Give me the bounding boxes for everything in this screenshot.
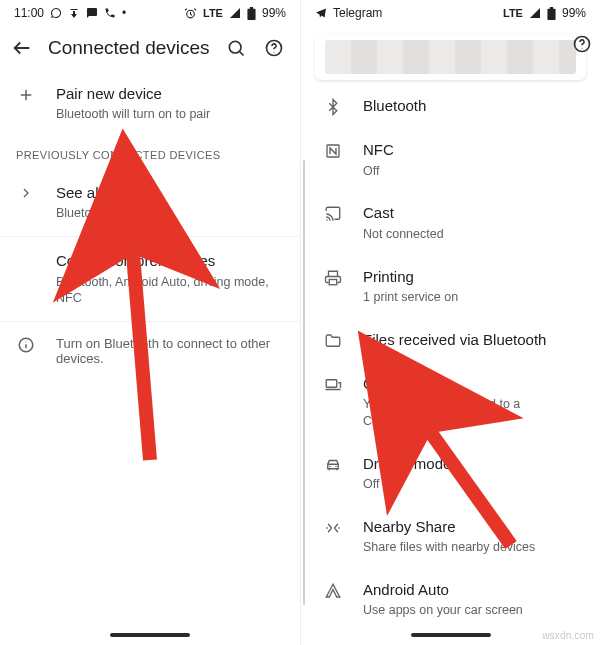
- status-battery: 99%: [262, 6, 286, 20]
- pref-chromebook[interactable]: Chromebook Your phone is not linked to a…: [301, 362, 600, 442]
- help-icon[interactable]: [570, 32, 594, 56]
- alarm-icon: [184, 7, 197, 20]
- svg-rect-12: [326, 380, 337, 388]
- status-more-icon: •: [122, 6, 126, 20]
- pref-folder[interactable]: Files received via Bluetooth: [301, 318, 600, 362]
- message-icon: [86, 7, 98, 19]
- phone-icon: [104, 7, 116, 19]
- pref-title: Chromebook: [363, 374, 584, 394]
- pref-title: Files received via Bluetooth: [363, 330, 584, 350]
- pref-nfc[interactable]: NFC Off: [301, 128, 600, 191]
- svg-point-13: [329, 466, 331, 468]
- status-net: LTE: [503, 7, 523, 19]
- bluetooth-icon: [321, 98, 345, 116]
- nav-pill[interactable]: [411, 633, 491, 637]
- status-time: 11:00: [14, 6, 44, 20]
- preferences-list: Bluetooth NFC Off Cast Not connected Pri…: [301, 84, 600, 631]
- signal-icon: [229, 7, 241, 19]
- telegram-icon: [315, 7, 327, 19]
- pref-print[interactable]: Printing 1 print service on: [301, 255, 600, 318]
- pref-sub: Off: [363, 476, 584, 493]
- pref-title: Printing: [363, 267, 584, 287]
- status-bar: 11:00 • LTE: [0, 0, 300, 26]
- pref-bluetooth[interactable]: Bluetooth: [301, 84, 600, 128]
- chevron-right-icon: [14, 185, 38, 201]
- status-net: LTE: [203, 7, 223, 19]
- pair-title: Pair new device: [56, 84, 284, 104]
- scroll-indicator: [303, 160, 305, 605]
- toolbar: Connected devices: [0, 26, 300, 70]
- pref-sub: Share files with nearby devices: [363, 539, 584, 556]
- info-text: Turn on Bluetooth to connect to other de…: [56, 336, 284, 366]
- see-all[interactable]: See all Bluetooth will turn on: [0, 169, 300, 236]
- status-app: Telegram: [333, 6, 382, 20]
- pair-sub: Bluetooth will turn on to pair: [56, 106, 284, 123]
- phone-left: 11:00 • LTE: [0, 0, 300, 645]
- pref-sub: Use apps on your car screen: [363, 602, 584, 619]
- svg-point-8: [582, 48, 583, 49]
- battery-icon: [247, 7, 256, 20]
- status-battery: 99%: [562, 6, 586, 20]
- nfc-icon: [321, 142, 345, 160]
- svg-point-14: [335, 466, 337, 468]
- redacted-content: [325, 40, 576, 74]
- nearby-icon: [321, 519, 345, 537]
- info-row: Turn on Bluetooth to connect to other de…: [0, 322, 300, 380]
- car-icon: [321, 456, 345, 474]
- help-icon[interactable]: [262, 36, 286, 60]
- auto-icon: [321, 582, 345, 600]
- prefs-sub: Bluetooth, Android Auto, driving mode, N…: [56, 274, 284, 308]
- whatsapp-icon: [50, 7, 62, 19]
- pair-new-device[interactable]: Pair new device Bluetooth will turn on t…: [0, 70, 300, 137]
- svg-rect-11: [329, 279, 337, 284]
- back-icon[interactable]: [10, 36, 34, 60]
- page-title: Connected devices: [48, 37, 210, 59]
- svg-point-3: [274, 52, 275, 53]
- connection-preferences[interactable]: Connection preferences Bluetooth, Androi…: [0, 237, 300, 321]
- pref-sub: 1 print service on: [363, 289, 584, 306]
- pref-sub: Not connected: [363, 226, 584, 243]
- pref-title: NFC: [363, 140, 584, 160]
- info-icon: [14, 336, 38, 366]
- folder-icon: [321, 332, 345, 350]
- pref-sub: Your phone is not linked to a Chromebook: [363, 396, 584, 430]
- cast-icon: [321, 205, 345, 223]
- pref-cast[interactable]: Cast Not connected: [301, 191, 600, 254]
- download-icon: [68, 7, 80, 19]
- pref-car[interactable]: Driving mode Off: [301, 442, 600, 505]
- pref-sub: Off: [363, 163, 584, 180]
- search-icon[interactable]: [224, 36, 248, 60]
- svg-point-1: [229, 41, 241, 53]
- pref-nearby[interactable]: Nearby Share Share files with nearby dev…: [301, 505, 600, 568]
- search-card[interactable]: [315, 34, 586, 80]
- plus-icon: [14, 86, 38, 104]
- pref-title: Driving mode: [363, 454, 584, 474]
- see-all-title: See all: [56, 183, 284, 203]
- signal-icon: [529, 7, 541, 19]
- watermark: wsxdn.com: [542, 630, 594, 641]
- svg-point-5: [25, 342, 26, 343]
- print-icon: [321, 269, 345, 287]
- status-bar: Telegram LTE 99%: [301, 0, 600, 26]
- section-previous: PREVIOUSLY CONNECTED DEVICES: [0, 137, 300, 169]
- battery-icon: [547, 7, 556, 20]
- pref-title: Cast: [363, 203, 584, 223]
- chromebook-icon: [321, 376, 345, 394]
- pref-title: Nearby Share: [363, 517, 584, 537]
- pref-auto[interactable]: Android Auto Use apps on your car screen: [301, 568, 600, 631]
- nav-pill[interactable]: [110, 633, 190, 637]
- phone-right: Telegram LTE 99% Bluetooth: [300, 0, 600, 645]
- pref-title: Bluetooth: [363, 96, 584, 116]
- pref-title: Android Auto: [363, 580, 584, 600]
- prefs-title: Connection preferences: [56, 251, 284, 271]
- svg-point-10: [326, 220, 328, 222]
- see-all-sub: Bluetooth will turn on: [56, 205, 284, 222]
